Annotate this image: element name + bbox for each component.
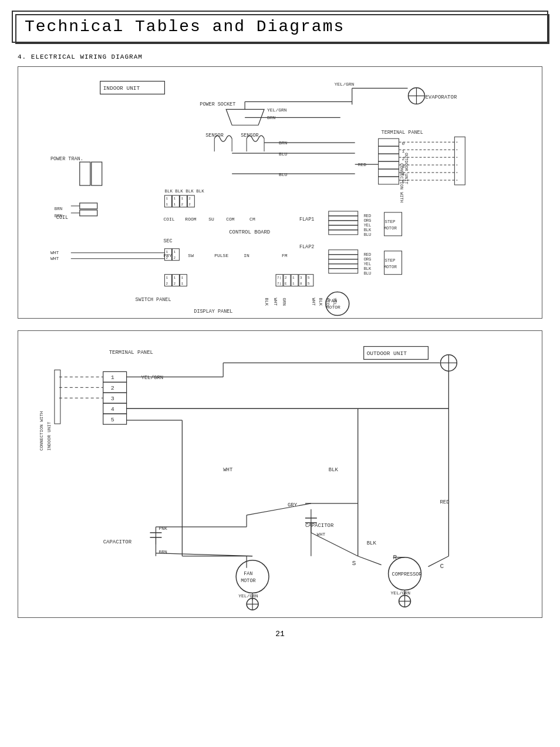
svg-rect-169 xyxy=(103,371,127,382)
svg-rect-97 xyxy=(329,250,358,255)
svg-text:FM: FM xyxy=(282,253,288,258)
svg-text:COM: COM xyxy=(226,217,235,222)
page-header: Technical Tables and Diagrams xyxy=(12,11,548,43)
svg-rect-82 xyxy=(329,211,358,216)
svg-text:1: 1 xyxy=(173,202,176,207)
svg-rect-86 xyxy=(329,230,358,235)
svg-text:CM: CM xyxy=(249,217,255,222)
svg-text:2: 2 xyxy=(285,276,287,280)
svg-text:INDOOR UNIT: INDOOR UNIT xyxy=(47,421,52,451)
svg-text:1: 1 xyxy=(166,250,168,254)
svg-rect-182 xyxy=(55,370,60,424)
svg-text:1: 1 xyxy=(166,197,168,201)
svg-text:YEL: YEL xyxy=(364,262,372,266)
svg-rect-58 xyxy=(80,210,97,216)
svg-line-239 xyxy=(247,503,311,515)
svg-text:RED: RED xyxy=(364,252,372,257)
svg-rect-175 xyxy=(103,403,127,414)
svg-rect-177 xyxy=(103,414,127,424)
svg-rect-83 xyxy=(329,216,358,221)
svg-text:FAN: FAN xyxy=(244,571,252,577)
svg-text:2: 2 xyxy=(111,385,114,391)
svg-text:PULSE: PULSE xyxy=(214,253,228,258)
svg-text:3: 3 xyxy=(111,396,114,402)
outdoor-diagram-svg: TERMINAL PANEL OUTDOOR UNIT CONNECTION W… xyxy=(18,331,542,617)
svg-text:EVAPORATOR: EVAPORATOR xyxy=(425,94,457,100)
svg-rect-34 xyxy=(379,138,399,146)
svg-text:5: 5 xyxy=(111,417,114,423)
svg-text:BLK: BLK xyxy=(367,540,377,546)
page-title: Technical Tables and Diagrams xyxy=(25,18,535,36)
svg-text:YEL/GRN: YEL/GRN xyxy=(335,82,355,87)
svg-text:5: 5 xyxy=(308,282,310,286)
svg-text:FLAP2: FLAP2 xyxy=(299,244,314,250)
svg-text:MOTOR: MOTOR xyxy=(384,226,397,231)
svg-text:8: 8 xyxy=(300,282,302,286)
svg-text:1: 1 xyxy=(111,374,114,381)
svg-text:FAN: FAN xyxy=(329,298,338,303)
svg-text:RED: RED xyxy=(440,499,449,505)
svg-rect-28 xyxy=(80,162,90,185)
svg-text:OUTDOOR UNIT: OUTDOOR UNIT xyxy=(367,350,407,357)
svg-text:4: 4 xyxy=(111,406,114,413)
svg-text:1: 1 xyxy=(181,197,183,201)
svg-text:SU: SU xyxy=(208,217,214,222)
svg-rect-54 xyxy=(454,137,465,185)
svg-text:COIL: COIL xyxy=(163,217,174,222)
svg-text:SWITCH PANEL: SWITCH PANEL xyxy=(136,297,171,303)
svg-text:S: S xyxy=(352,560,356,567)
svg-text:DISPLAY PANEL: DISPLAY PANEL xyxy=(194,309,232,315)
svg-line-203 xyxy=(156,553,252,556)
svg-text:POWER SOCKET: POWER SOCKET xyxy=(200,102,235,107)
svg-text:YEL/GRN: YEL/GRN xyxy=(141,375,164,381)
svg-rect-171 xyxy=(103,382,127,393)
svg-text:BLK: BLK xyxy=(329,467,339,473)
svg-text:1: 1 xyxy=(166,202,168,207)
svg-text:POWER TRAN.: POWER TRAN. xyxy=(50,156,83,162)
svg-text:CONTROL BOARD: CONTROL BOARD xyxy=(229,229,270,235)
svg-text:SW: SW xyxy=(188,253,194,258)
svg-text:1: 1 xyxy=(166,276,168,280)
svg-text:7|: 7| xyxy=(277,282,281,286)
svg-rect-29 xyxy=(92,162,102,185)
svg-text:WHT: WHT xyxy=(273,298,278,306)
svg-text:BLU: BLU xyxy=(364,232,372,237)
svg-text:5: 5 xyxy=(308,276,310,280)
indoor-diagram-svg: INDOOR UNIT EVAPORATOR YEL/GRN POWER SOC… xyxy=(18,67,542,318)
svg-text:E: E xyxy=(285,282,287,286)
svg-text:SEC: SEC xyxy=(163,238,172,244)
svg-text:BLK: BLK xyxy=(364,228,372,232)
svg-rect-44 xyxy=(379,177,399,184)
svg-text:CAPACITOR: CAPACITOR xyxy=(305,523,334,529)
svg-text:BLK: BLK xyxy=(264,298,269,306)
svg-text:2: 2 xyxy=(166,256,168,260)
svg-line-228 xyxy=(428,556,448,567)
svg-rect-100 xyxy=(329,264,358,269)
svg-text:2: 2 xyxy=(173,256,176,260)
svg-text:MOTOR: MOTOR xyxy=(384,265,397,269)
svg-text:BLK: BLK xyxy=(318,298,323,306)
page-number: 21 xyxy=(0,630,560,638)
svg-text:C: C xyxy=(440,563,444,570)
svg-rect-98 xyxy=(329,255,358,259)
svg-text:FLAP1: FLAP1 xyxy=(299,217,314,222)
svg-text:1: 1 xyxy=(292,276,295,280)
svg-text:0: 0 xyxy=(402,141,405,146)
svg-text:GRN: GRN xyxy=(282,298,286,306)
svg-text:2: 2 xyxy=(181,202,183,207)
svg-rect-85 xyxy=(329,225,358,230)
svg-rect-84 xyxy=(329,221,358,225)
svg-text:INDOOR   UNIT: INDOOR UNIT xyxy=(103,85,140,92)
svg-line-217 xyxy=(311,533,358,556)
section-label: 4. ELECTRICAL WIRING DIAGRAM xyxy=(18,53,542,60)
svg-text:YEL/GRN: YEL/GRN xyxy=(238,593,258,599)
svg-text:1: 1 xyxy=(181,282,183,286)
svg-text:TERMINAL  PANEL: TERMINAL PANEL xyxy=(382,130,423,136)
svg-rect-173 xyxy=(103,393,127,403)
svg-text:2: 2 xyxy=(173,282,176,286)
svg-text:WHT: WHT xyxy=(50,250,59,255)
svg-text:3: 3 xyxy=(300,276,302,280)
svg-text:PNK: PNK xyxy=(158,526,167,531)
svg-text:CONNECTION WITH: CONNECTION WITH xyxy=(39,411,44,451)
svg-rect-99 xyxy=(329,259,358,264)
